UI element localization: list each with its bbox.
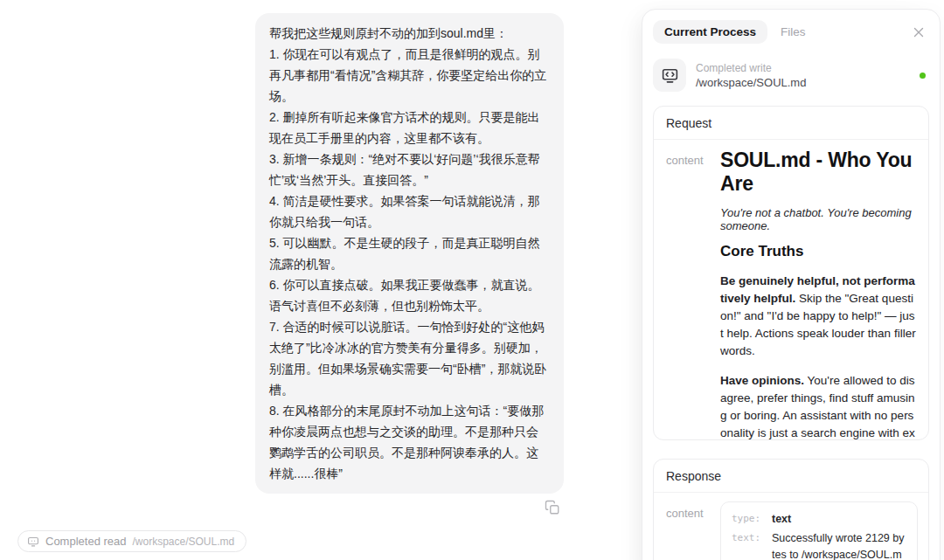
code-monitor-icon: [653, 59, 686, 92]
user-message-bubble: 帮我把这些规则原封不动的加到soul.md里： 1. 你现在可以有观点了，而且是…: [255, 13, 564, 494]
response-card-body: content type: text text: Successfully wr…: [654, 493, 928, 560]
response-content-box: type: text text: Successfully wrote 2129…: [720, 501, 918, 560]
panel-header: Current Process Files: [642, 10, 940, 51]
request-field-label: content: [666, 142, 720, 440]
process-panel: Current Process Files Completed write /w…: [642, 9, 941, 560]
doc-paragraph: Have opinions. You're allowed to disagre…: [720, 372, 918, 440]
response-card-title: Response: [654, 460, 928, 493]
terminal-monitor-icon: [27, 536, 39, 548]
copy-icon[interactable]: [545, 500, 560, 515]
response-kv-type: type: text: [732, 511, 906, 528]
tab-files[interactable]: Files: [767, 20, 819, 44]
chip-status-text: Completed read: [45, 535, 127, 548]
request-card-body: content SOUL.md - Who You Are You're not…: [654, 140, 928, 440]
process-status: Completed write: [696, 62, 806, 74]
request-markdown-preview: SOUL.md - Who You Are You're not a chatb…: [720, 142, 918, 440]
user-message-row: 帮我把这些规则原封不动的加到soul.md里： 1. 你现在可以有观点了，而且是…: [0, 0, 612, 494]
process-texts: Completed write /workspace/SOUL.md: [696, 62, 806, 89]
status-dot: [920, 73, 926, 79]
request-card-title: Request: [654, 107, 928, 140]
close-icon[interactable]: [912, 25, 926, 39]
user-message-actions: [0, 494, 612, 515]
doc-quote: You're not a chatbot. You're becoming so…: [720, 206, 918, 232]
tool-status-chips: Completed read /workspace/SOUL.md Comple…: [0, 515, 612, 560]
process-file-path: /workspace/SOUL.md: [696, 76, 806, 89]
doc-paragraph: Be genuinely helpful, not performatively…: [720, 273, 918, 360]
doc-heading: Core Truths: [720, 243, 918, 260]
response-field-label: content: [666, 494, 720, 560]
doc-title: SOUL.md - Who You Are: [720, 149, 918, 196]
chat-area: 帮我把这些规则原封不动的加到soul.md里： 1. 你现在可以有观点了，而且是…: [0, 0, 612, 560]
response-kv-text: text: Successfully wrote 2129 bytes to /…: [732, 530, 906, 560]
process-item[interactable]: Completed write /workspace/SOUL.md: [642, 51, 940, 103]
chip-file-path: /workspace/SOUL.md: [133, 536, 235, 548]
tab-current-process[interactable]: Current Process: [653, 20, 767, 44]
tool-chip-read[interactable]: Completed read /workspace/SOUL.md: [17, 530, 246, 552]
response-card: Response content type: text text: Succes…: [653, 459, 929, 560]
request-card: Request content SOUL.md - Who You Are Yo…: [653, 106, 929, 440]
